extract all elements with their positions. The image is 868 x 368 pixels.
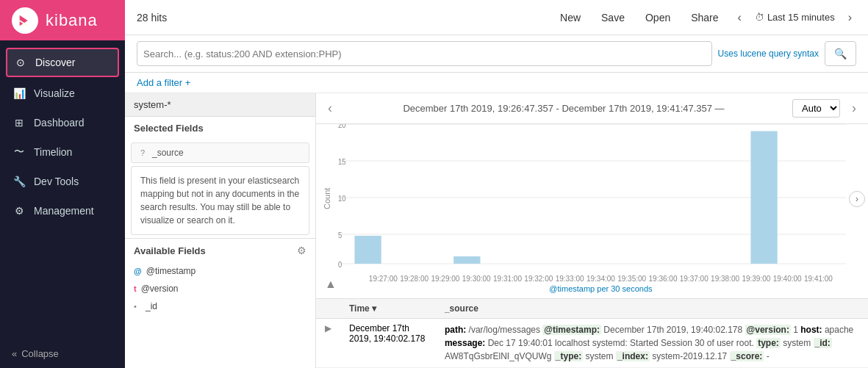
- index-pattern[interactable]: system-*: [125, 93, 315, 117]
- svg-text:15: 15: [338, 157, 346, 166]
- x-axis-container: 19:27:00 19:28:00 19:29:00 19:30:00 19:3…: [340, 273, 862, 295]
- left-panel: system-* Selected Fields ? _source This …: [125, 93, 316, 368]
- source-field-type: ?: [140, 148, 148, 157]
- gear-icon: ⚙: [12, 203, 26, 218]
- content-area: system-* Selected Fields ? _source This …: [125, 93, 868, 368]
- source-field-name: _source: [152, 148, 184, 158]
- available-fields-header: Available Fields ⚙: [125, 238, 315, 262]
- results-table-body: ▶ December 17th 2019, 19:40:02.178 path:…: [316, 319, 868, 368]
- search-input[interactable]: [143, 48, 706, 59]
- chart-interval-select[interactable]: Auto: [792, 99, 840, 118]
- field-item-version[interactable]: t @version: [125, 280, 315, 297]
- sidebar-item-devtools-label: Dev Tools: [34, 176, 79, 187]
- svg-rect-12: [750, 131, 777, 264]
- filter-bar: Add a filter +: [125, 73, 868, 93]
- sidebar-item-dashboard[interactable]: ⊞ Dashboard: [0, 108, 125, 137]
- svg-rect-10: [354, 236, 381, 264]
- col-source: _source: [436, 299, 868, 319]
- svg-text:20: 20: [338, 124, 346, 129]
- topbar: 28 hits New Save Open Share ‹ ⏱ Last 15 …: [125, 0, 868, 35]
- sidebar-nav: ⊙ Discover 📊 Visualize ⊞ Dashboard 〜 Tim…: [0, 40, 125, 339]
- sidebar-logo-text: kibana: [46, 11, 98, 30]
- id-type-icon: •: [134, 302, 141, 311]
- search-bar: Uses lucene query syntax 🔍: [125, 35, 868, 73]
- chart-right-btn[interactable]: ›: [849, 98, 859, 119]
- sidebar-logo: kibana: [0, 0, 125, 40]
- table-row: ▶ December 17th 2019, 19:40:02.178 path:…: [316, 319, 868, 368]
- chart-svg: 20 15 10 5 0: [338, 124, 846, 271]
- row-source: path: /var/log/messages @timestamp: Dece…: [436, 319, 868, 368]
- sidebar-item-devtools[interactable]: 🔧 Dev Tools: [0, 167, 125, 196]
- wrench-icon: 🔧: [12, 174, 26, 189]
- left-panel-body: Selected Fields ? _source This field is …: [125, 117, 315, 368]
- timestamp-label: @timestamp per 30 seconds: [340, 283, 862, 295]
- chart-x-labels: 19:27:00 19:28:00 19:29:00 19:30:00 19:3…: [340, 273, 862, 283]
- main-content: 28 hits New Save Open Share ‹ ⏱ Last 15 …: [125, 0, 868, 368]
- selected-fields-label: Selected Fields: [134, 123, 204, 134]
- dashboard-icon: ⊞: [12, 115, 26, 130]
- svg-text:10: 10: [338, 194, 346, 203]
- source-field-item[interactable]: ? _source: [131, 142, 309, 163]
- available-fields-label: Available Fields: [134, 245, 206, 256]
- svg-text:0: 0: [338, 260, 342, 269]
- chart-up-button[interactable]: ▲: [322, 275, 340, 294]
- search-submit-button[interactable]: 🔍: [825, 41, 856, 66]
- sidebar-item-timelion[interactable]: 〜 Timelion: [0, 137, 125, 167]
- search-input-wrap: [137, 41, 712, 66]
- timestamp-field-label: @timestamp: [146, 266, 196, 276]
- sidebar-item-timelion-label: Timelion: [34, 146, 72, 158]
- timelion-icon: 〜: [12, 145, 26, 159]
- results-area: Time ▾ _source ▶ December 17th 2019, 19:…: [316, 298, 868, 368]
- timestamp-type-icon: @: [134, 267, 142, 275]
- sidebar-item-management[interactable]: ⚙ Management: [0, 196, 125, 226]
- chart-panel: ‹ December 17th 2019, 19:26:47.357 - Dec…: [316, 93, 868, 368]
- sort-icon: ▾: [372, 303, 376, 314]
- svg-text:5: 5: [338, 231, 342, 239]
- bar-chart-icon: 📊: [12, 86, 26, 101]
- results-table: Time ▾ _source ▶ December 17th 2019, 19:…: [316, 299, 868, 368]
- version-field-label: @version: [141, 284, 179, 294]
- new-button[interactable]: New: [554, 9, 587, 26]
- kibana-logo-icon: [12, 7, 38, 34]
- y-axis-label: Count: [316, 124, 338, 273]
- add-filter-button[interactable]: Add a filter +: [137, 77, 856, 88]
- field-item-id[interactable]: • _id: [125, 297, 315, 315]
- svg-rect-11: [453, 256, 480, 264]
- sidebar-item-visualize[interactable]: 📊 Visualize: [0, 79, 125, 108]
- collapse-icon: «: [12, 348, 17, 359]
- chart-collapse-button[interactable]: ›: [849, 191, 865, 207]
- field-tooltip: This field is present in your elasticsea…: [131, 166, 309, 235]
- chart-svg-container: 20 15 10 5 0: [338, 124, 846, 273]
- time-range-label: Last 15 minutes: [767, 12, 835, 23]
- save-button[interactable]: Save: [595, 9, 631, 26]
- share-button[interactable]: Share: [685, 9, 724, 26]
- time-prev-button[interactable]: ‹: [734, 8, 746, 27]
- time-range-display[interactable]: ⏱ Last 15 minutes: [755, 12, 835, 23]
- col-time[interactable]: Time ▾: [340, 299, 436, 319]
- chart-date-range: December 17th 2019, 19:26:47.357 - Decem…: [344, 103, 783, 114]
- col-expand: [316, 299, 340, 319]
- sidebar-item-management-label: Management: [34, 205, 94, 217]
- sidebar-item-visualize-label: Visualize: [34, 87, 75, 99]
- row-time: December 17th 2019, 19:40:02.178: [340, 319, 436, 368]
- compass-icon: ⊙: [13, 55, 28, 70]
- collapse-label: Collapse: [21, 348, 59, 359]
- chart-bottom-controls: ▲ 19:27:00 19:28:00 19:29:00 19:30:00 19…: [316, 273, 868, 295]
- sidebar-item-discover[interactable]: ⊙ Discover: [6, 48, 119, 77]
- time-next-button[interactable]: ›: [844, 8, 856, 27]
- chart-left-btn[interactable]: ‹: [325, 98, 335, 119]
- sidebar-item-dashboard-label: Dashboard: [34, 117, 85, 129]
- sidebar-item-discover-label: Discover: [35, 57, 75, 68]
- open-button[interactable]: Open: [639, 9, 676, 26]
- chart-area: Count 20: [316, 124, 868, 298]
- clock-icon: ⏱: [755, 12, 764, 23]
- hits-count: 28 hits: [137, 12, 167, 24]
- chart-row: Count 20: [316, 124, 868, 273]
- row-expand-button[interactable]: ▶: [325, 323, 331, 333]
- field-item-timestamp[interactable]: @ @timestamp: [125, 262, 315, 280]
- fields-settings-button[interactable]: ⚙: [297, 245, 306, 256]
- id-field-label: _id: [146, 301, 157, 311]
- lucene-syntax-link[interactable]: Uses lucene query syntax: [718, 48, 819, 59]
- sidebar-collapse-button[interactable]: « Collapse: [0, 339, 125, 368]
- sidebar: kibana ⊙ Discover 📊 Visualize ⊞ Dashboar…: [0, 0, 125, 368]
